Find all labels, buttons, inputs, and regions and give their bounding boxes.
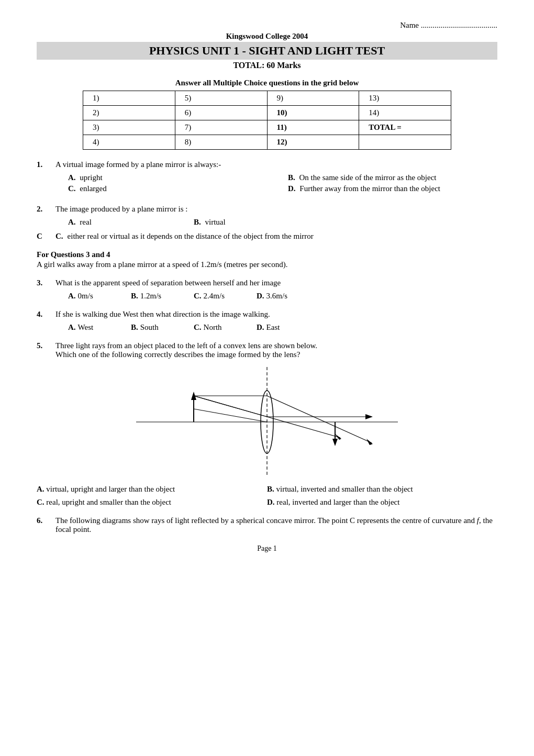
college-line: Kingswood College 2004 <box>37 32 497 41</box>
q6-num: 6. <box>37 516 55 525</box>
q4-opt-d[interactable]: D. East <box>257 323 319 332</box>
mc-cell-6[interactable]: 6) <box>175 106 267 120</box>
q2-options: A. real B. virtual <box>68 218 497 229</box>
mc-cell-1[interactable]: 1) <box>83 91 175 106</box>
page-number: Page 1 <box>37 544 497 553</box>
q5-options: A. virtual, upright and larger than the … <box>37 485 497 507</box>
question-2: 2. The image produced by a plane mirror … <box>37 205 497 241</box>
question-3: 3. What is the apparent speed of separat… <box>37 279 497 301</box>
mc-cell-5[interactable]: 5) <box>175 91 267 106</box>
title-line: PHYSICS UNIT 1 - SIGHT AND LIGHT TEST <box>37 42 497 60</box>
q4-options: A. West B. South C. North D. East <box>68 323 497 332</box>
q5-opt-d[interactable]: D. real, inverted and larger than the ob… <box>267 498 497 507</box>
q5-opt-b[interactable]: B. virtual, inverted and smaller than th… <box>267 485 497 494</box>
q5-num: 5. <box>37 341 55 350</box>
q5-text: Three light rays from an object placed t… <box>55 341 497 359</box>
q3-num: 3. <box>37 279 55 287</box>
q1-opt-a[interactable]: A. upright <box>68 173 288 182</box>
q5-opt-col-left: A. virtual, upright and larger than the … <box>37 485 267 507</box>
q3-opt-b[interactable]: B. 1.2m/s <box>131 292 194 301</box>
mc-cell-14[interactable]: 14) <box>359 106 451 120</box>
q2-opt-a[interactable]: A. real <box>68 218 194 227</box>
total-line: TOTAL: 60 Marks <box>37 61 497 70</box>
lens-svg <box>131 364 403 480</box>
q5-opt-a[interactable]: A. virtual, upright and larger than the … <box>37 485 267 494</box>
q1-options: A. upright B. On the same side of the mi… <box>68 173 497 195</box>
question-6: 6. The following diagrams show rays of l… <box>37 516 497 534</box>
q3-options: A. 0m/s B. 1.2m/s C. 2.4m/s D. 3.6m/s <box>68 292 497 301</box>
q1-text: A virtual image formed by a plane mirror… <box>55 160 497 169</box>
q3-opt-d[interactable]: D. 3.6m/s <box>257 292 319 301</box>
question-5: 5. Three light rays from an object place… <box>37 341 497 507</box>
mc-cell-13[interactable]: 13) <box>359 91 451 106</box>
q3-opt-a[interactable]: A. 0m/s <box>68 292 131 301</box>
svg-marker-15 <box>332 439 338 446</box>
mc-cell-8[interactable]: 8) <box>175 135 267 150</box>
q2-c-text: either real or virtual as it depends on … <box>68 232 497 241</box>
lens-diagram <box>37 364 497 480</box>
q1-opt-d[interactable]: D. Further away from the mirror than the… <box>288 184 508 193</box>
q3-opt-c[interactable]: C. 2.4m/s <box>194 292 257 301</box>
svg-line-11 <box>194 396 267 417</box>
q2-opt-b[interactable]: B. virtual <box>194 218 414 227</box>
mc-cell-9[interactable]: 9) <box>267 91 359 106</box>
for-questions-block: For Questions 3 and 4 A girl walks away … <box>37 250 497 269</box>
mc-cell-10[interactable]: 10) <box>267 106 359 120</box>
question-4: 4. If she is walking due West then what … <box>37 310 497 332</box>
mc-cell-3[interactable]: 3) <box>83 120 175 135</box>
mc-cell-2[interactable]: 2) <box>83 106 175 120</box>
q2-text: The image produced by a plane mirror is … <box>55 205 497 214</box>
q5-opt-c[interactable]: C. real, upright and smaller than the ob… <box>37 498 267 507</box>
mc-cell-12[interactable]: 12) <box>267 135 359 150</box>
mc-cell-empty <box>359 135 451 150</box>
svg-line-6 <box>267 396 372 443</box>
mc-cell-4[interactable]: 4) <box>83 135 175 150</box>
q4-text: If she is walking due West then what dir… <box>55 310 497 319</box>
q1-opt-c[interactable]: C. enlarged <box>68 184 288 193</box>
mc-grid-table: 1) 5) 9) 13) 2) 6) 10) 14) 3) 7) 11) TOT… <box>83 91 451 150</box>
q5-opt-col-right: B. virtual, inverted and smaller than th… <box>267 485 497 507</box>
q2-num: 2. <box>37 205 55 214</box>
q4-num: 4. <box>37 310 55 319</box>
mc-cell-7[interactable]: 7) <box>175 120 267 135</box>
q4-opt-c[interactable]: C. North <box>194 323 257 332</box>
q2-c-letter: C <box>37 232 55 241</box>
name-line: Name ...................................… <box>37 21 497 30</box>
mc-cell-total: TOTAL = <box>359 120 451 135</box>
svg-marker-7 <box>366 439 373 445</box>
q6-text: The following diagrams show rays of ligh… <box>55 516 497 534</box>
q4-opt-b[interactable]: B. South <box>131 323 194 332</box>
svg-marker-13 <box>365 414 373 419</box>
svg-line-10 <box>194 409 267 422</box>
q3-text: What is the apparent speed of separation… <box>55 279 497 287</box>
for-questions-header: For Questions 3 and 4 <box>37 250 497 259</box>
mc-cell-11[interactable]: 11) <box>267 120 359 135</box>
question-1: 1. A virtual image formed by a plane mir… <box>37 160 497 195</box>
q4-opt-a[interactable]: A. West <box>68 323 131 332</box>
q1-opt-b[interactable]: B. On the same side of the mirror as the… <box>288 173 508 182</box>
mc-section-title: Answer all Multiple Choice questions in … <box>37 79 497 87</box>
q1-num: 1. <box>37 160 55 169</box>
for-questions-body: A girl walks away from a plane mirror at… <box>37 260 497 269</box>
